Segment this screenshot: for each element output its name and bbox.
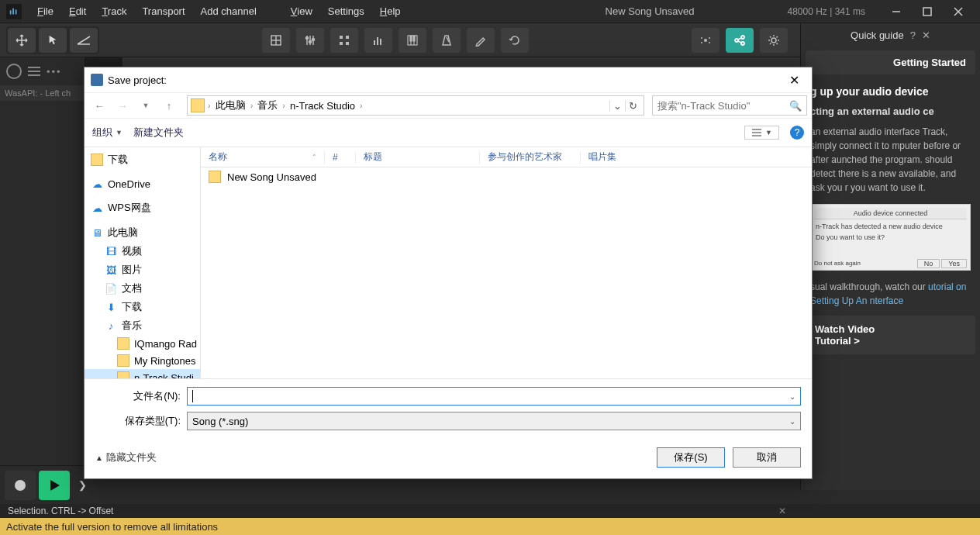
menu-add-channel[interactable]: Add channel [193, 2, 264, 20]
help-icon[interactable]: ? [910, 29, 916, 41]
quick-guide-panel: Quick guide ? ✕ Getting Started g up you… [800, 23, 980, 490]
tracks-panel: ••• WasAPI: - Left ch [0, 57, 85, 490]
audio-rate-label: 48000 Hz | 341 ms [787, 6, 865, 17]
tree-iqmango[interactable]: IQmango Rad [85, 335, 200, 352]
menu-help[interactable]: Help [372, 2, 409, 20]
record-button[interactable] [5, 471, 36, 500]
status-close-icon[interactable]: ✕ [778, 506, 786, 516]
tool-pointer[interactable] [39, 28, 67, 53]
view-mode-button[interactable]: ▼ [744, 126, 779, 140]
tool-move[interactable] [8, 28, 36, 53]
crumb-thispc[interactable]: 此电脑 [212, 98, 249, 112]
menu-file[interactable]: File [29, 2, 61, 20]
dialog-titlebar: Save project: ✕ [85, 67, 812, 92]
window-minimize[interactable] [881, 0, 912, 23]
watch-video-button[interactable]: Watch Video Tutorial > [806, 316, 975, 354]
tool-mixer[interactable] [296, 28, 324, 53]
getting-started-badge[interactable]: Getting Started [806, 50, 975, 74]
tree-music[interactable]: ♪音乐 [85, 316, 200, 335]
close-panel-icon[interactable]: ✕ [922, 29, 930, 41]
tree-ntrack[interactable]: n-Track Studi [85, 369, 200, 378]
svg-point-33 [709, 42, 710, 43]
tool-metronome[interactable] [433, 28, 461, 53]
tree-thispc[interactable]: 🖥此电脑 [85, 223, 200, 242]
tool-loop[interactable] [501, 28, 529, 53]
menu-view[interactable]: View [283, 2, 320, 20]
status-left: Selection. CTRL -> Offset [8, 506, 113, 516]
organize-button[interactable]: 组织 ▼ [92, 126, 122, 140]
tool-pads[interactable] [330, 28, 358, 53]
tool-envelope[interactable] [70, 28, 98, 53]
nav-forward-button[interactable]: → [112, 95, 133, 116]
filename-dropdown[interactable]: ⌄ [789, 392, 795, 401]
dialog-help-button[interactable]: ? [790, 126, 804, 140]
folder-icon [209, 171, 221, 183]
tool-pencil[interactable] [467, 28, 495, 53]
svg-rect-27 [413, 36, 415, 41]
track-input-label[interactable]: WasAPI: - Left ch [0, 85, 85, 101]
svg-rect-2 [16, 9, 17, 14]
dialog-close-button[interactable]: ✕ [783, 71, 806, 89]
tool-grid[interactable] [262, 28, 290, 53]
crumb-ntrack[interactable]: n-Track Studio [287, 100, 358, 112]
menu-bar: File Edit Track Transport Add channel Vi… [0, 0, 980, 23]
guide-image: Audio device connected n-Track has detec… [810, 204, 971, 271]
more-icon[interactable]: ••• [47, 66, 62, 78]
svg-point-29 [704, 39, 707, 42]
tree-ringtones[interactable]: My Ringtones [85, 352, 200, 369]
search-icon[interactable]: 🔍 [789, 100, 802, 112]
menu-icon[interactable] [28, 67, 40, 76]
folder-tree[interactable]: 下载 ☁OneDrive ☁WPS网盘 🖥此电脑 🎞视频 🖼图片 📄文档 ⬇下载… [85, 147, 201, 378]
breadcrumb-refresh[interactable]: ↻ [625, 100, 640, 112]
crumb-music[interactable]: 音乐 [254, 98, 281, 112]
tool-eq[interactable] [364, 28, 392, 53]
file-list[interactable]: 名称˄ # 标题 参与创作的艺术家 唱片集 New Song Unsaved [201, 147, 812, 378]
svg-rect-26 [410, 36, 412, 41]
tree-wps[interactable]: ☁WPS网盘 [85, 198, 200, 217]
tool-settings[interactable] [760, 28, 788, 53]
tree-documents[interactable]: 📄文档 [85, 279, 200, 298]
tool-effects[interactable] [692, 28, 719, 53]
window-maximize[interactable] [912, 0, 943, 23]
menu-transport[interactable]: Transport [134, 2, 192, 20]
tree-downloads[interactable]: ⬇下载 [85, 298, 200, 316]
col-name[interactable]: 名称˄ [201, 150, 325, 164]
file-row[interactable]: New Song Unsaved [201, 167, 812, 186]
quick-guide-title: Quick guide [851, 29, 904, 41]
col-album[interactable]: 唱片集 [581, 150, 812, 164]
new-folder-button[interactable]: 新建文件夹 [133, 126, 184, 140]
menu-settings[interactable]: Settings [320, 2, 372, 20]
dialog-footer-inputs: 文件名(N): ⌄ 保存类型(T): Song (*.sng) ⌄ [85, 378, 812, 441]
filetype-select[interactable]: Song (*.sng) ⌄ [187, 412, 801, 430]
tree-pictures[interactable]: 🖼图片 [85, 261, 200, 279]
nav-recent-dropdown[interactable]: ▼ [136, 95, 156, 116]
save-dialog: Save project: ✕ ← → ▼ ↑ › 此电脑 › 音乐 › n-T… [84, 67, 813, 479]
tool-piano[interactable] [399, 28, 426, 53]
nav-up-button[interactable]: ↑ [159, 95, 179, 116]
cancel-button[interactable]: 取消 [733, 447, 801, 468]
filetype-dropdown[interactable]: ⌄ [789, 417, 795, 426]
tree-video[interactable]: 🎞视频 [85, 242, 200, 261]
tool-share[interactable] [726, 28, 754, 53]
breadcrumb-dropdown[interactable]: ⌄ [609, 100, 625, 112]
hide-folders-toggle[interactable]: ▲隐藏文件夹 [95, 450, 157, 464]
breadcrumb[interactable]: › 此电脑 › 音乐 › n-Track Studio › ⌄↻ [187, 95, 644, 116]
filename-input[interactable]: ⌄ [187, 387, 801, 406]
col-artist[interactable]: 参与创作的艺术家 [480, 150, 581, 164]
dialog-nav-row: ← → ▼ ↑ › 此电脑 › 音乐 › n-Track Studio › ⌄↻… [85, 92, 812, 119]
search-input[interactable] [657, 100, 789, 112]
svg-point-14 [309, 40, 312, 43]
record-arm-icon[interactable] [6, 64, 22, 79]
nav-back-button[interactable]: ← [89, 95, 109, 116]
col-num[interactable]: # [325, 152, 356, 163]
window-close[interactable] [943, 0, 974, 23]
activate-banner[interactable]: Activate the full version to remove all … [0, 518, 980, 535]
search-box[interactable]: 🔍 [652, 95, 807, 116]
save-button[interactable]: 保存(S) [657, 447, 725, 468]
col-title[interactable]: 标题 [356, 150, 480, 164]
tree-onedrive[interactable]: ☁OneDrive [85, 175, 200, 192]
menu-track[interactable]: Track [94, 2, 134, 20]
menu-edit[interactable]: Edit [61, 2, 94, 20]
tree-downloads-quick[interactable]: 下载 [85, 150, 200, 169]
play-button[interactable] [39, 471, 70, 500]
